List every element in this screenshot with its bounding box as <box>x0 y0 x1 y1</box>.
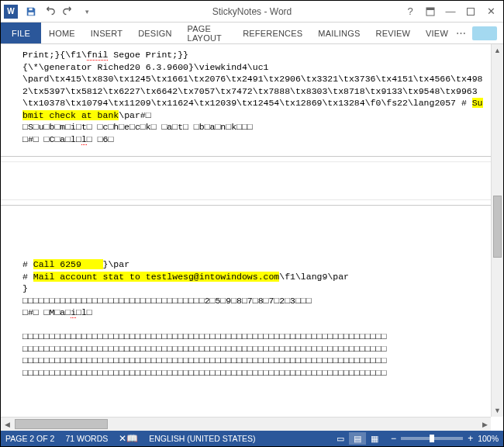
text-run: \par# <box>119 110 146 120</box>
text-run: # <box>22 259 33 269</box>
proofing-icon[interactable]: ✕📖 <box>119 433 138 444</box>
status-bar: PAGE 2 OF 2 71 WORDS ✕📖 ENGLISH (UNITED … <box>1 431 503 446</box>
maximize-icon[interactable] <box>461 3 480 20</box>
scroll-up-arrow-icon[interactable]: ▲ <box>492 44 503 57</box>
ribbon-tabs: FILE HOME INSERT DESIGN PAGE LAYOUT REFE… <box>1 23 503 44</box>
text-run: }\par <box>103 259 130 269</box>
ribbon-display-options-icon[interactable] <box>421 3 440 20</box>
zoom-slider[interactable] <box>401 437 463 440</box>
highlighted-text: Mail account stat to testlwesg@intowindo… <box>33 272 279 282</box>
read-mode-icon[interactable]: ▭ <box>332 432 349 445</box>
tab-review[interactable]: REVIEW <box>368 23 418 43</box>
scroll-right-arrow-icon[interactable]: ▶ <box>478 418 491 431</box>
horizontal-scrollbar[interactable]: ◀ ▶ <box>1 417 491 431</box>
zoom-handle[interactable] <box>430 435 434 442</box>
title-bar: W ▾ StickyNotes - Word ? — ✕ <box>1 1 503 23</box>
svg-rect-0 <box>29 12 34 15</box>
text-run: {\*\generator Riched20 6.3.9600}\viewkin… <box>22 62 268 72</box>
document-area: Print;}{\f1\fnil Segoe Print;}} {\*\gene… <box>1 44 503 431</box>
language-indicator[interactable]: ENGLISH (UNITED STATES) <box>149 434 255 443</box>
svg-rect-1 <box>29 8 32 10</box>
word-app-icon[interactable]: W <box>4 5 18 19</box>
scroll-thumb-h[interactable] <box>15 419 108 429</box>
scroll-down-arrow-icon[interactable]: ▼ <box>492 404 503 417</box>
print-layout-icon[interactable]: ▤ <box>349 432 366 445</box>
tab-insert[interactable]: INSERT <box>83 23 130 43</box>
scroll-thumb[interactable] <box>493 196 502 258</box>
svg-rect-3 <box>426 8 434 10</box>
boxed-text: □ □6□ <box>87 134 114 144</box>
text-run: } <box>22 283 28 293</box>
text-run: # <box>22 272 33 282</box>
zoom-control: − + 100% <box>389 433 499 444</box>
minimize-icon[interactable]: — <box>441 3 460 20</box>
boxed-row: □□□□□□□□□□□□□□□□□□□□□□□□□□□□□□□□□□□□□□□□… <box>22 331 386 341</box>
scroll-track[interactable] <box>492 57 503 404</box>
user-avatar[interactable] <box>472 26 497 40</box>
scroll-left-arrow-icon[interactable]: ◀ <box>1 418 13 431</box>
share-icon[interactable]: ⋯ <box>456 27 466 39</box>
boxed-text: □l□ <box>76 307 92 317</box>
word-count[interactable]: 71 WORDS <box>65 434 108 443</box>
spelling-error: fnil <box>87 50 109 61</box>
help-icon[interactable]: ? <box>401 3 419 20</box>
vertical-scrollbar[interactable]: ▲ ▼ <box>491 44 503 417</box>
page-break-gap <box>1 156 503 206</box>
document-page-1[interactable]: Print;}{\f1\fnil Segoe Print;}} {\*\gene… <box>1 44 503 150</box>
spelling-error: i <box>71 307 76 318</box>
spelling-error: l <box>81 134 87 145</box>
undo-icon[interactable] <box>41 3 58 20</box>
save-icon[interactable] <box>22 3 40 20</box>
boxed-row: □□□□□□□□□□□□□□□□□□□□□□□□□□□□□□□□□□□□□□□□… <box>22 355 386 366</box>
text-run: \pard\tx415\tx830\tx1245\tx1661\tx2076\t… <box>22 74 483 108</box>
boxed-text: □#□ □C□a□l□ <box>22 134 81 144</box>
qat-customize-icon[interactable]: ▾ <box>78 3 95 20</box>
redo-icon[interactable] <box>60 3 77 20</box>
text-run: \f1\lang9\par <box>279 272 349 282</box>
boxed-row: □□□□□□□□□□□□□□□□□□□□□□□□□□□□□□□□□□□□□□□□… <box>22 368 386 378</box>
zoom-out-button[interactable]: − <box>389 433 398 444</box>
tab-references[interactable]: REFERENCES <box>235 23 310 43</box>
boxed-text: □□□□□□□□□□□□□□□□□□□□□□□□□□□□□□□□□□2□5□9□… <box>22 296 312 306</box>
web-layout-icon[interactable]: ▦ <box>366 432 383 445</box>
page-indicator[interactable]: PAGE 2 OF 2 <box>5 434 54 443</box>
tab-mailings[interactable]: MAILINGS <box>310 23 368 43</box>
tab-view[interactable]: VIEW <box>418 23 456 43</box>
text-run: Print;}{\f1\ <box>22 50 87 60</box>
view-mode-group: ▭ ▤ ▦ <box>332 432 383 445</box>
zoom-percent[interactable]: 100% <box>478 434 499 443</box>
text-run: Segoe Print;}} <box>108 50 188 60</box>
tab-page-layout[interactable]: PAGE LAYOUT <box>180 23 236 43</box>
quick-access-toolbar: W ▾ <box>4 3 95 20</box>
tab-design[interactable]: DESIGN <box>130 23 179 43</box>
highlighted-text: Call 6259 <box>33 259 103 269</box>
svg-rect-4 <box>468 8 475 15</box>
boxed-text: □S□u□b□m□i□t□ □c□h□e□c□k□ □a□t□ □b□a□n□k… <box>22 122 253 132</box>
zoom-in-button[interactable]: + <box>466 433 475 444</box>
boxed-row: □□□□□□□□□□□□□□□□□□□□□□□□□□□□□□□□□□□□□□□□… <box>22 344 386 354</box>
tab-file[interactable]: FILE <box>1 23 41 43</box>
close-icon[interactable]: ✕ <box>482 3 500 20</box>
document-page-2[interactable]: # Call 6259 }\par # Mail account stat to… <box>1 212 503 383</box>
tab-home[interactable]: HOME <box>41 23 83 43</box>
window-controls: ? — ✕ <box>401 3 500 20</box>
boxed-text: □#□ □M□a□ <box>22 307 71 317</box>
